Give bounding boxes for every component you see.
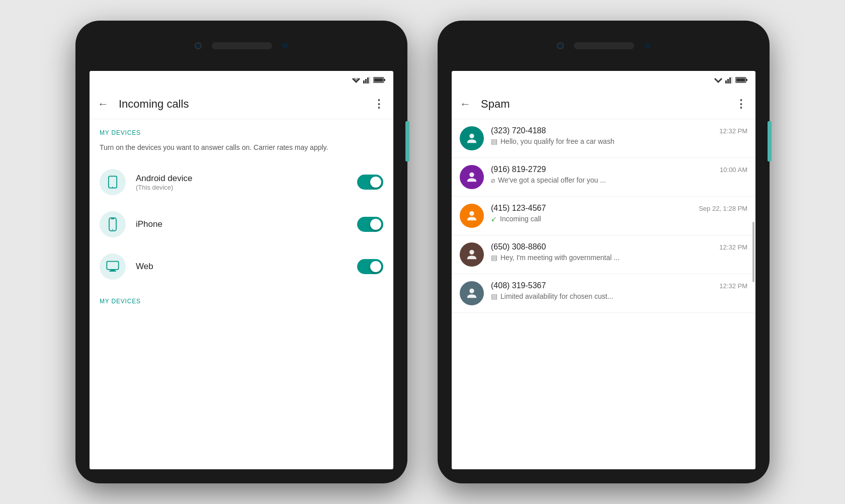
spam-phone-4: (408) 319-5367 — [491, 281, 546, 290]
phone2-title: Spam — [481, 98, 735, 111]
spam-time-2: Sep 22, 1:28 PM — [699, 205, 747, 212]
device-item-iphone[interactable]: iPhone — [90, 203, 393, 245]
svg-rect-26 — [746, 79, 747, 81]
spam-item-0[interactable]: (323) 720-4188 12:32 PM ▤ Hello, you qua… — [452, 119, 755, 158]
spam-message-4: ▤ Limited availability for chosen cust..… — [491, 292, 747, 300]
svg-marker-20 — [714, 78, 722, 83]
spam-top-row-3: (650) 308-8860 12:32 PM — [491, 242, 747, 251]
spam-info-3: (650) 308-8860 12:32 PM ▤ Hey, I'm meeti… — [491, 242, 747, 262]
spam-time-0: 12:32 PM — [719, 127, 747, 135]
avatar-3 — [460, 242, 484, 267]
person-icon-0 — [465, 131, 479, 145]
person-icon-3 — [465, 247, 479, 262]
back-button-2[interactable]: ← — [460, 98, 471, 111]
spam-phone-1: (916) 819-2729 — [491, 165, 546, 174]
scrollbar-indicator[interactable] — [752, 222, 754, 282]
svg-point-29 — [469, 173, 474, 177]
back-button-1[interactable]: ← — [98, 98, 109, 111]
spam-msg-text-2: Incoming call — [500, 215, 541, 223]
spam-message-3: ▤ Hey, I'm meeting with governmental ... — [491, 254, 747, 262]
avatar-1 — [460, 165, 484, 189]
more-button-2[interactable]: ⋮ — [735, 98, 747, 111]
spam-phone-3: (650) 308-8860 — [491, 242, 546, 251]
spam-info-0: (323) 720-4188 12:32 PM ▤ Hello, you qua… — [491, 126, 747, 145]
more-button-1[interactable]: ⋮ — [373, 98, 385, 111]
camera-dot-1 — [195, 42, 202, 49]
call-icon-2: ↙ — [491, 215, 497, 223]
svg-rect-19 — [109, 271, 116, 272]
svg-point-31 — [469, 250, 474, 255]
svg-rect-15 — [111, 218, 115, 219]
svg-rect-24 — [731, 76, 732, 83]
toggle-iphone[interactable] — [357, 217, 383, 232]
section-label-1: MY DEVICES — [90, 119, 393, 140]
avatar-2 — [460, 204, 484, 228]
speaker-grill-1 — [212, 42, 272, 49]
spam-msg-text-1: We've got a special offer for you ... — [498, 176, 606, 184]
svg-rect-17 — [108, 263, 118, 269]
device-info-iphone: iPhone — [136, 219, 347, 229]
phone2: ← Spam ⋮ (323) 720-4188 12:32 PM — [438, 21, 770, 483]
svg-rect-3 — [365, 79, 367, 83]
device-subtitle-android: (This device) — [136, 184, 347, 191]
spam-msg-text-3: Hey, I'm meeting with governmental ... — [500, 254, 620, 262]
device-item-android[interactable]: Android device (This device) — [90, 161, 393, 203]
device-icon-web — [100, 254, 126, 280]
wifi-icon — [352, 77, 360, 83]
side-accent-2 — [768, 121, 772, 161]
spam-time-3: 12:32 PM — [719, 243, 747, 251]
svg-rect-10 — [110, 178, 116, 186]
avatar-0 — [460, 126, 484, 150]
spam-item-1[interactable]: (916) 819-2729 10:00 AM ⌀ We've got a sp… — [452, 158, 755, 197]
svg-rect-8 — [374, 78, 383, 82]
device-icon-iphone — [100, 211, 126, 237]
device-info-android: Android device (This device) — [136, 174, 347, 191]
svg-rect-23 — [729, 77, 731, 83]
phone1-title: Incoming calls — [119, 98, 373, 111]
svg-rect-13 — [110, 219, 115, 229]
signal-icon — [363, 76, 370, 83]
spam-info-2: (415) 123-4567 Sep 22, 1:28 PM ↙ Incomin… — [491, 204, 747, 223]
signal-icon-2 — [725, 76, 732, 83]
svg-point-32 — [469, 289, 474, 293]
spam-top-row-2: (415) 123-4567 Sep 22, 1:28 PM — [491, 204, 747, 213]
svg-rect-27 — [736, 78, 745, 82]
status-bar-1 — [90, 71, 393, 89]
voicemail-icon-1: ⌀ — [491, 176, 495, 184]
phone-icon-android — [106, 175, 120, 189]
spam-message-2: ↙ Incoming call — [491, 215, 747, 223]
device-item-web[interactable]: Web — [90, 245, 393, 288]
section-description-1: Turn on the devices you want to answer c… — [90, 140, 393, 161]
spam-phone-0: (323) 720-4188 — [491, 126, 546, 135]
wifi-icon-2 — [714, 77, 722, 83]
device-name-iphone: iPhone — [136, 219, 347, 229]
phone1-content: MY DEVICES Turn on the devices you want … — [90, 119, 393, 469]
spam-msg-text-4: Limited availability for chosen cust... — [500, 292, 613, 300]
phone-icon-iphone — [106, 217, 120, 231]
spam-message-0: ▤ Hello, you qualify for free a car wash — [491, 137, 747, 145]
device-icon-android — [100, 169, 126, 195]
battery-icon — [373, 77, 385, 83]
msg-icon-3: ▤ — [491, 254, 497, 262]
spam-item-4[interactable]: (408) 319-5367 12:32 PM ▤ Limited availa… — [452, 274, 755, 313]
phone2-app-header: ← Spam ⋮ — [452, 89, 755, 119]
spam-info-1: (916) 819-2729 10:00 AM ⌀ We've got a sp… — [491, 165, 747, 184]
speaker-grill-2 — [574, 42, 634, 49]
spam-time-1: 10:00 AM — [720, 166, 747, 174]
spam-message-1: ⌀ We've got a special offer for you ... — [491, 176, 747, 184]
camera-dot-4 — [644, 43, 650, 49]
toggle-android[interactable] — [357, 175, 383, 190]
svg-point-28 — [469, 134, 474, 138]
device-name-android: Android device — [136, 174, 347, 184]
toggle-web[interactable] — [357, 259, 383, 274]
phone1-top — [75, 21, 407, 71]
spam-info-4: (408) 319-5367 12:32 PM ▤ Limited availa… — [491, 281, 747, 300]
spam-item-3[interactable]: (650) 308-8860 12:32 PM ▤ Hey, I'm meeti… — [452, 235, 755, 274]
person-icon-4 — [465, 286, 479, 300]
svg-rect-18 — [110, 270, 115, 271]
spam-item-2[interactable]: (415) 123-4567 Sep 22, 1:28 PM ↙ Incomin… — [452, 197, 755, 235]
device-info-web: Web — [136, 262, 347, 272]
phone1-app-header: ← Incoming calls ⋮ — [90, 89, 393, 119]
svg-rect-2 — [363, 80, 365, 83]
spam-list: (323) 720-4188 12:32 PM ▤ Hello, you qua… — [452, 119, 755, 469]
